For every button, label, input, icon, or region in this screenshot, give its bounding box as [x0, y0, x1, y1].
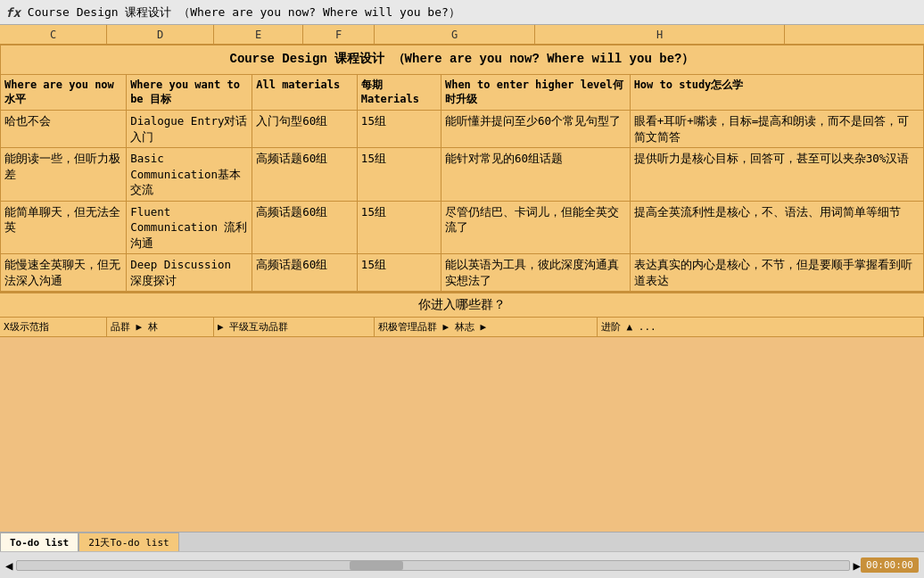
cell-period-3: 15组	[357, 254, 441, 292]
col-header-e[interactable]: E	[214, 25, 303, 44]
col-header-c[interactable]: C	[0, 25, 107, 44]
tab-todo[interactable]: To-do list	[0, 533, 78, 552]
cell-period-0: 15组	[357, 111, 441, 148]
cell-materials-3: 高频话题60组	[252, 254, 358, 292]
cell-target-3: Deep Discussion 深度探讨	[127, 254, 252, 292]
table-row: 能朗读一些，但听力极差 Basic Communication基本交流 高频话题…	[1, 148, 924, 202]
header-upgrade: When to enter higher level何时升级	[441, 74, 630, 111]
col-header-f[interactable]: F	[303, 25, 375, 44]
sub-header-0: X级示范指	[0, 318, 107, 336]
sub-header-1: 品群 ▶ 林	[107, 318, 214, 336]
cell-upgrade-0: 能听懂并提问至少60个常见句型了	[441, 111, 630, 148]
cell-howto-0: 眼看+耳听+嘴读，目标=提高和朗读，而不是回答，可简文简答	[630, 111, 923, 148]
tab-bar: To-do list 21天To-do list	[0, 532, 924, 551]
cell-period-2: 15组	[357, 201, 441, 254]
table-title: Course Design 课程设计 （Where are you now? W…	[1, 45, 924, 75]
bottom-title-bar: 你进入哪些群？	[0, 292, 924, 318]
formula-content: Course Design 课程设计 （Where are you now? W…	[28, 4, 460, 21]
content-area: fx Course Design 课程设计 （Where are you now…	[0, 0, 924, 532]
header-level: Where are you now 水平	[1, 74, 127, 111]
tab-21day[interactable]: 21天To-do list	[78, 533, 178, 552]
cell-level-2: 能简单聊天，但无法全英	[1, 201, 127, 254]
main-table: Course Design 课程设计 （Where are you now? W…	[0, 45, 924, 292]
header-target: Where you want to be 目标	[127, 74, 252, 111]
cell-upgrade-3: 能以英语为工具，彼此深度沟通真实想法了	[441, 254, 630, 292]
title-row: Course Design 课程设计 （Where are you now? W…	[1, 45, 924, 75]
col-header-h[interactable]: H	[535, 25, 785, 44]
bottom-controls: ◀ ▶ 00:00:00	[0, 551, 924, 578]
table-row: 能慢速全英聊天，但无法深入沟通 Deep Discussion 深度探讨 高频话…	[1, 254, 924, 292]
scroll-right-icon[interactable]: ▶	[854, 558, 861, 573]
bottom-title-text: 你进入哪些群？	[418, 297, 506, 311]
cell-target-0: Dialogue Entry对话入门	[127, 111, 252, 148]
sub-headers: X级示范指 品群 ▶ 林 ▶ 平级互动品群 积极管理品群 ▶ 林志 ▶ 进阶 ▲…	[0, 318, 924, 337]
cell-level-1: 能朗读一些，但听力极差	[1, 148, 127, 202]
cell-howto-2: 提高全英流利性是核心，不、语法、用词简单等细节	[630, 201, 923, 254]
fx-icon: fx	[5, 5, 21, 20]
cell-target-2: Fluent Communication 流利沟通	[127, 201, 252, 254]
header-row: Where are you now 水平 Where you want to b…	[1, 74, 924, 111]
header-per-period: 每期 Materials	[357, 74, 441, 111]
formula-bar: fx Course Design 课程设计 （Where are you now…	[0, 0, 924, 25]
sub-header-3: 积极管理品群 ▶ 林志 ▶	[375, 318, 598, 336]
header-how-to-study: How to study怎么学	[630, 74, 923, 111]
table-row: 能简单聊天，但无法全英 Fluent Communication 流利沟通 高频…	[1, 201, 924, 254]
time-display: 00:00:00	[861, 557, 919, 573]
cell-period-1: 15组	[357, 148, 441, 202]
column-headers: C D E F G H	[0, 25, 924, 45]
sub-header-4: 进阶 ▲ ...	[598, 318, 924, 336]
cell-upgrade-1: 能针对常见的60组话题	[441, 148, 630, 202]
sub-header-2: ▶ 平级互动品群	[214, 318, 375, 336]
header-materials: All materials	[252, 74, 358, 111]
cell-materials-2: 高频话题60组	[252, 201, 358, 254]
horizontal-scrollbar[interactable]	[16, 560, 849, 571]
scrollbar-thumb	[350, 561, 403, 570]
cell-upgrade-2: 尽管仍结巴、卡词儿，但能全英交流了	[441, 201, 630, 254]
cell-level-0: 哈也不会	[1, 111, 127, 148]
table-row: 哈也不会 Dialogue Entry对话入门 入门句型60组 15组 能听懂并…	[1, 111, 924, 148]
col-header-d[interactable]: D	[107, 25, 214, 44]
cell-howto-1: 提供听力是核心目标，回答可，甚至可以夹杂30%汉语	[630, 148, 923, 202]
cell-materials-0: 入门句型60组	[252, 111, 358, 148]
cell-target-1: Basic Communication基本交流	[127, 148, 252, 202]
col-header-g[interactable]: G	[375, 25, 535, 44]
cell-level-3: 能慢速全英聊天，但无法深入沟通	[1, 254, 127, 292]
app-container: fx Course Design 课程设计 （Where are you now…	[0, 0, 924, 578]
scroll-left-icon[interactable]: ◀	[5, 558, 12, 573]
cell-howto-3: 表达真实的内心是核心，不节，但是要顺手掌握看到听道表达	[630, 254, 923, 292]
cell-materials-1: 高频话题60组	[252, 148, 358, 202]
